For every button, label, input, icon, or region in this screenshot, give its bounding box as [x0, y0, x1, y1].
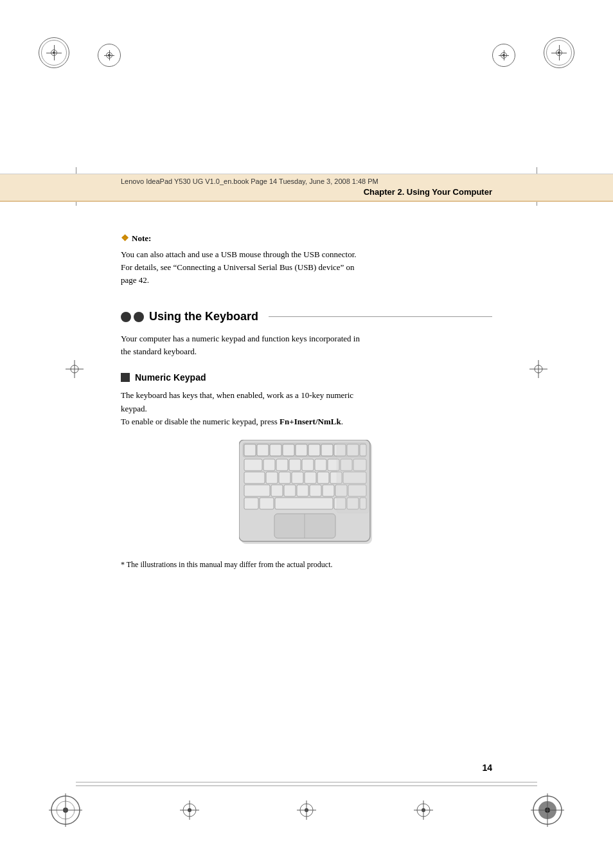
chapter-title: Chapter 2. Using Your Computer [364, 187, 492, 197]
heading-divider [269, 316, 492, 317]
svg-rect-39 [297, 485, 308, 496]
subsection-description: The keyboard has keys that, when enabled… [121, 389, 492, 428]
footnote: * The illustrations in this manual may d… [121, 560, 492, 570]
svg-rect-33 [317, 472, 329, 484]
reg-mark-bottom-left-large [49, 793, 82, 829]
note-text: You can also attach and use a USB mouse … [121, 248, 492, 287]
svg-rect-12 [283, 444, 294, 456]
note-line-2: For details, see “Connecting a Universal… [121, 262, 355, 272]
svg-rect-41 [323, 485, 334, 496]
svg-rect-23 [302, 459, 314, 471]
page-container: Lenovo IdeaPad Y530 UG V1.0_en.book Page… [0, 0, 613, 868]
note-title: Note: [132, 232, 151, 245]
subsection-heading: Numeric Keypad [121, 372, 492, 383]
subsection-line-2: keypad. [121, 404, 147, 413]
file-info: Lenovo IdeaPad Y530 UG V1.0_en.book Page… [121, 177, 378, 185]
svg-rect-20 [263, 459, 275, 471]
section-description: Your computer has a numeric keypad and f… [121, 332, 492, 358]
subsection-line-1: The keyboard has keys that, when enabled… [121, 390, 353, 400]
svg-rect-45 [260, 498, 274, 509]
svg-rect-31 [292, 472, 303, 484]
content-area: ❖ Note: You can also attach and use a US… [121, 212, 492, 570]
note-label: ❖ Note: [121, 231, 492, 246]
reg-mark-right-mid [529, 360, 547, 381]
svg-rect-13 [296, 444, 307, 456]
svg-rect-15 [321, 444, 333, 456]
svg-rect-29 [266, 472, 278, 484]
subsection-line-3: To enable or disable the numeric keypad,… [121, 417, 343, 426]
svg-rect-22 [289, 459, 301, 471]
registration-mark-top-right [544, 37, 574, 68]
section-title: Using the Keyboard [149, 310, 258, 323]
svg-rect-50 [337, 442, 369, 513]
svg-rect-37 [271, 485, 283, 496]
svg-rect-40 [310, 485, 321, 496]
registration-mark-top-left [39, 37, 69, 68]
svg-rect-51 [274, 514, 335, 538]
reg-mark-bottom-right-large [531, 793, 564, 829]
note-section: ❖ Note: You can also attach and use a US… [121, 231, 492, 287]
svg-rect-21 [276, 459, 288, 471]
bottom-inner-border [76, 782, 537, 782]
svg-rect-32 [305, 472, 316, 484]
registration-mark-top-left-inner [98, 44, 121, 67]
reg-mark-bottom-left-small [180, 800, 199, 822]
svg-rect-11 [270, 444, 281, 456]
page-number: 14 [482, 763, 492, 773]
svg-rect-30 [279, 472, 290, 484]
heading-bullet-1 [121, 312, 131, 322]
keyboard-image-container [121, 440, 492, 548]
svg-rect-28 [244, 472, 265, 484]
bottom-marks-row [0, 793, 613, 829]
subsection-title: Numeric Keypad [135, 372, 206, 383]
svg-rect-44 [244, 498, 258, 509]
keyboard-image [239, 440, 374, 548]
note-line-1: You can also attach and use a USB mouse … [121, 249, 357, 259]
svg-rect-38 [284, 485, 296, 496]
key-shortcut: Fn+Insert/NmLk [280, 417, 341, 426]
reg-mark-bottom-center [297, 800, 316, 822]
svg-rect-36 [244, 485, 270, 496]
svg-rect-10 [257, 444, 269, 456]
svg-rect-14 [308, 444, 320, 456]
heading-bullets [121, 312, 144, 322]
note-diamond-icon: ❖ [121, 231, 129, 246]
reg-mark-bottom-right-small [414, 800, 433, 822]
bottom-border [76, 785, 537, 786]
section-heading: Using the Keyboard [121, 310, 492, 323]
subsection-square-icon [121, 373, 130, 382]
svg-rect-19 [244, 459, 262, 471]
svg-rect-9 [244, 444, 256, 456]
reg-mark-left-mid [66, 360, 84, 381]
heading-bullet-2 [134, 312, 144, 322]
svg-rect-46 [275, 498, 333, 509]
svg-rect-24 [315, 459, 326, 471]
registration-mark-top-right-inner [492, 44, 515, 67]
note-line-3: page 42. [121, 275, 149, 285]
